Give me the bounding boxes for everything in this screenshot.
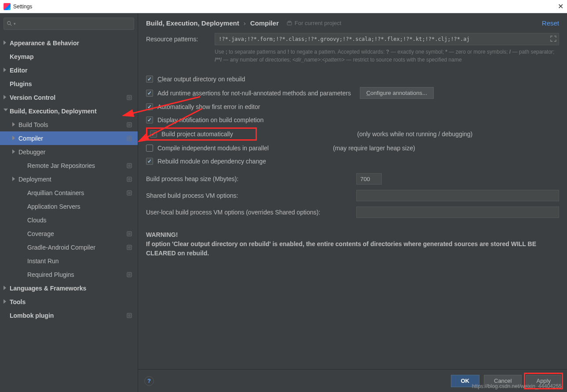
- project-scope-icon: [126, 163, 132, 169]
- content: Resource patterns: Use ; to separate pat…: [138, 31, 567, 369]
- svg-rect-13: [128, 192, 131, 194]
- shared-vm-label: Shared build process VM options:: [146, 192, 356, 199]
- search-input[interactable]: ▾: [4, 18, 134, 30]
- tree-item-languages-frameworks[interactable]: Languages & Frameworks: [0, 281, 138, 295]
- expand-icon[interactable]: [550, 36, 556, 42]
- tree-item-label: Version Control: [10, 94, 55, 101]
- tree-item-label: Languages & Frameworks: [10, 285, 86, 292]
- breadcrumb: Build, Execution, Deployment › Compiler …: [138, 13, 567, 31]
- build-auto-note: (only works while not running / debuggin…: [357, 131, 534, 138]
- tree-item-label: Clouds: [27, 217, 47, 224]
- chevron-right-icon: [12, 122, 15, 127]
- svg-rect-3: [128, 96, 131, 99]
- cancel-button[interactable]: Cancel: [484, 375, 522, 387]
- tree-item-label: Instant Run: [27, 258, 59, 265]
- tree-item-label: Build Tools: [18, 121, 48, 128]
- runtime-assertions-checkbox[interactable]: [146, 90, 153, 97]
- tree-item-build-execution-deployment[interactable]: Build, Execution, Deployment: [0, 104, 138, 118]
- tree-item-label: Build, Execution, Deployment: [10, 108, 97, 115]
- help-button[interactable]: ?: [144, 376, 154, 386]
- settings-tree: Appearance & BehaviorKeymapEditorPlugins…: [0, 34, 138, 392]
- app-logo-icon: [4, 3, 11, 10]
- ok-button[interactable]: OK: [451, 375, 480, 387]
- main-panel: Build, Execution, Deployment › Compiler …: [138, 13, 567, 392]
- project-scope-icon: [126, 94, 132, 101]
- tree-item-plugins[interactable]: Plugins: [0, 77, 138, 91]
- notification-checkbox[interactable]: [146, 116, 153, 123]
- tree-item-instant-run[interactable]: Instant Run: [0, 254, 138, 268]
- svg-rect-17: [128, 246, 131, 249]
- project-scope-icon: [126, 312, 132, 319]
- chevron-right-icon: [12, 177, 15, 181]
- search-icon: [7, 21, 13, 27]
- tree-item-arquillian-containers[interactable]: Arquillian Containers: [0, 186, 138, 200]
- clear-output-label: CClear output directory on rebuildlear o…: [157, 76, 245, 83]
- svg-rect-19: [128, 273, 131, 276]
- tree-item-appearance-behavior[interactable]: Appearance & Behavior: [0, 36, 138, 50]
- chevron-right-icon: [12, 136, 15, 140]
- parallel-label: Compile independent modules in parallel: [157, 145, 269, 152]
- build-auto-highlight: Build project automatically: [146, 127, 257, 141]
- auto-error-checkbox[interactable]: [146, 103, 153, 110]
- shared-vm-input[interactable]: [356, 190, 559, 201]
- rebuild-dep-checkbox[interactable]: [146, 158, 153, 165]
- project-scope-icon: [126, 176, 132, 182]
- chevron-down-icon: ▾: [14, 22, 16, 26]
- tree-item-label: Application Servers: [27, 203, 80, 210]
- tree-item-tools[interactable]: Tools: [0, 295, 138, 309]
- tree-item-required-plugins[interactable]: Required Plugins: [0, 268, 138, 281]
- scope-label: For current project: [287, 20, 341, 26]
- resource-patterns-label: Resource patterns:: [146, 33, 215, 43]
- window-title: Settings: [13, 4, 32, 10]
- tree-item-label: Lombok plugin: [10, 312, 54, 319]
- configure-annotations-button[interactable]: Configure annotations...: [360, 87, 434, 99]
- tree-item-clouds[interactable]: Clouds: [0, 213, 138, 227]
- tree-item-remote-jar-repositories[interactable]: Remote Jar Repositories: [0, 159, 138, 172]
- tree-item-gradle-android-compiler[interactable]: Gradle-Android Compiler: [0, 240, 138, 254]
- svg-rect-5: [128, 123, 131, 126]
- project-scope-icon: [126, 231, 132, 237]
- warning-text: WARNING! If option 'Clear output directo…: [146, 223, 559, 265]
- user-vm-input[interactable]: [356, 207, 559, 218]
- clear-output-checkbox[interactable]: [146, 76, 153, 83]
- tree-item-application-servers[interactable]: Application Servers: [0, 200, 138, 213]
- svg-rect-21: [128, 314, 131, 317]
- tree-item-label: Tools: [10, 298, 26, 305]
- tree-item-debugger[interactable]: Debugger: [0, 145, 138, 159]
- user-vm-label: User-local build process VM options (ove…: [146, 209, 356, 216]
- project-scope-icon: [126, 135, 132, 142]
- tree-item-label: Arquillian Containers: [27, 189, 84, 196]
- tree-item-label: Plugins: [10, 80, 32, 87]
- tree-item-editor[interactable]: Editor: [0, 63, 138, 77]
- chevron-right-icon: ›: [244, 19, 246, 27]
- reset-link[interactable]: Reset: [542, 19, 559, 27]
- tree-item-version-control[interactable]: Version Control: [0, 91, 138, 104]
- close-icon[interactable]: ✕: [558, 2, 563, 11]
- chevron-right-icon: [4, 68, 6, 72]
- project-scope-icon: [126, 272, 132, 278]
- runtime-assertions-label: Add runtime assertions for not-null-anno…: [157, 90, 351, 97]
- resource-patterns-input[interactable]: [215, 33, 559, 45]
- breadcrumb-parent[interactable]: Build, Execution, Deployment: [146, 19, 239, 27]
- titlebar: Settings ✕: [0, 0, 567, 13]
- rebuild-dep-label: Rebuild module on dependency change: [157, 158, 266, 165]
- tree-item-compiler[interactable]: Compiler: [0, 131, 138, 145]
- tree-item-deployment[interactable]: Deployment: [0, 172, 138, 186]
- breadcrumb-current: Compiler: [250, 19, 279, 27]
- project-icon: [287, 21, 292, 26]
- chevron-right-icon: [4, 286, 6, 290]
- apply-button[interactable]: Apply: [526, 375, 561, 387]
- tree-item-label: Coverage: [27, 230, 54, 237]
- parallel-checkbox[interactable]: [146, 145, 153, 152]
- tree-item-coverage[interactable]: Coverage: [0, 227, 138, 240]
- tree-item-label: Compiler: [18, 135, 43, 142]
- build-auto-checkbox[interactable]: [150, 131, 157, 138]
- tree-item-build-tools[interactable]: Build Tools: [0, 118, 138, 131]
- svg-point-0: [7, 22, 11, 25]
- tree-item-keymap[interactable]: Keymap: [0, 50, 138, 63]
- svg-rect-15: [128, 232, 131, 235]
- svg-rect-9: [128, 164, 131, 167]
- heap-size-input[interactable]: [356, 173, 382, 185]
- notification-label: Display notification on build completion: [157, 116, 263, 123]
- tree-item-lombok-plugin[interactable]: Lombok plugin: [0, 309, 138, 322]
